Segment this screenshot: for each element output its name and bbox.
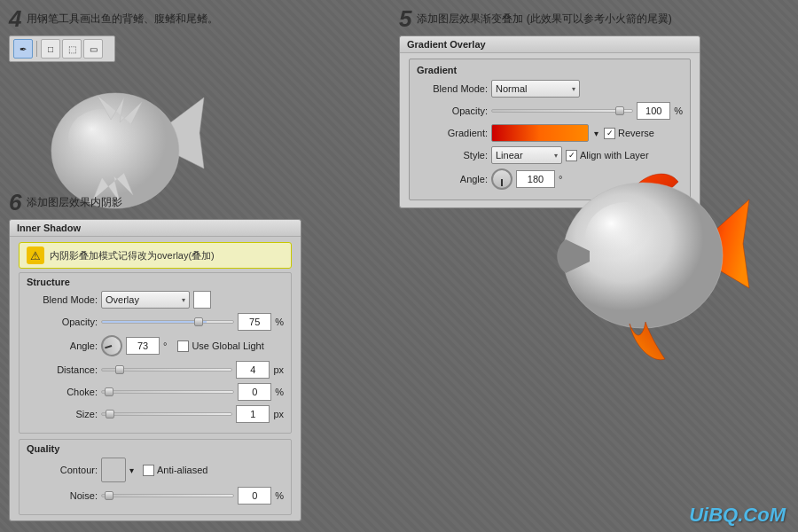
anti-alias-checkbox[interactable]: [143, 465, 154, 476]
reverse-checkbox-label: Reverse: [604, 128, 654, 139]
quality-title: Quality: [27, 443, 284, 454]
s6-distance-thumb[interactable]: [115, 365, 124, 374]
s6-noise-row: Noise: 0 %: [27, 487, 284, 505]
step4-toolbar: ✒ □ ⬚ ▭: [9, 35, 115, 62]
s6-noise-value[interactable]: 0: [238, 487, 271, 505]
step6-section: 6 添加图层效果内阴影 Inner Shadow ⚠ 内阴影叠加模式记得改为ov…: [9, 191, 301, 521]
angle-knob[interactable]: [491, 168, 512, 190]
opacity-slider[interactable]: [491, 109, 633, 113]
blend-mode-dropdown[interactable]: Normal ▾: [491, 80, 580, 98]
step4-section: 4 用钢笔工具画出鱼的背鳍、腹鳍和尾鳍。 ✒ □ ⬚ ▭: [9, 7, 257, 213]
s6-opacity-row: Opacity: 75 %: [27, 313, 284, 331]
step4-number: 4: [9, 7, 21, 30]
style-arrow: ▾: [554, 152, 558, 160]
blend-mode-label: Blend Mode:: [417, 83, 488, 94]
s6-opacity-value[interactable]: 75: [238, 313, 271, 331]
opacity-pct: %: [674, 106, 683, 116]
s6-size-value[interactable]: 1: [236, 405, 270, 423]
s6-blend-mode-label: Blend Mode:: [27, 294, 98, 305]
s6-distance-unit: px: [273, 364, 284, 375]
step6-number: 6: [9, 191, 21, 214]
anti-alias-text: Anti-aliased: [157, 465, 207, 475]
warning-icon: ⚠: [27, 246, 44, 264]
s6-opacity-thumb[interactable]: [194, 317, 203, 326]
s6-size-label: Size:: [27, 409, 98, 419]
inner-shadow-panel: Inner Shadow ⚠ 内阴影叠加模式记得改为overlay(叠加) St…: [9, 219, 301, 521]
s6-noise-slider[interactable]: [101, 494, 234, 497]
s6-size-row: Size: 1 px: [27, 405, 284, 423]
s6-blend-mode-arrow: ▾: [182, 296, 185, 304]
s6-choke-unit: %: [275, 387, 284, 397]
step6-header: 6 添加图层效果内阴影: [9, 191, 301, 214]
s6-choke-slider[interactable]: [101, 390, 234, 394]
reverse-checkbox[interactable]: [604, 128, 615, 139]
svg-point-3: [585, 202, 667, 273]
shape3-tool-button[interactable]: ▭: [83, 39, 103, 59]
opacity-thumb[interactable]: [615, 106, 624, 115]
s6-choke-row: Choke: 0 %: [27, 383, 284, 401]
s6-opacity-label: Opacity:: [27, 317, 98, 327]
structure-title: Structure: [27, 277, 284, 287]
s6-angle-degree: °: [163, 340, 167, 351]
quality-group: Quality Contour: ▾ Anti-aliased Noise:: [19, 439, 292, 515]
gradient-label: Gradient:: [417, 128, 488, 138]
s6-contour-row: Contour: ▾ Anti-aliased: [27, 458, 284, 482]
style-value: Linear: [496, 150, 523, 160]
inner-shadow-body: ⚠ 内阴影叠加模式记得改为overlay(叠加) Structure Blend…: [10, 237, 301, 520]
opacity-row: Opacity: 100 %: [417, 102, 683, 120]
gradient-overlay-title: Gradient Overlay: [400, 36, 700, 53]
gradient-row: Gradient: ▾ Reverse: [417, 124, 683, 142]
s6-angle-value[interactable]: 73: [126, 337, 160, 355]
s6-angle-knob[interactable]: [98, 332, 125, 359]
s6-size-thumb[interactable]: [106, 410, 114, 419]
step5-header: 5 添加图层效果渐变叠加 (此效果可以参考小火箭的尾翼): [399, 7, 700, 30]
toolbar-divider: [36, 41, 37, 57]
s6-angle-label: Angle:: [27, 340, 98, 351]
opacity-value[interactable]: 100: [637, 102, 670, 120]
pen-tool-button[interactable]: ✒: [13, 39, 33, 59]
warning-banner: ⚠ 内阴影叠加模式记得改为overlay(叠加): [19, 242, 292, 269]
gradient-preview[interactable]: [491, 124, 589, 142]
step5-description: 添加图层效果渐变叠加 (此效果可以参考小火箭的尾翼): [417, 12, 671, 27]
shape-tool-button[interactable]: □: [41, 39, 60, 59]
gradient-arrow[interactable]: ▾: [594, 129, 598, 138]
global-light-label: Use Global Light: [177, 340, 263, 352]
angle-label: Angle:: [417, 174, 488, 184]
watermark: UiBQ.CoM: [689, 504, 786, 527]
s6-distance-label: Distance:: [27, 364, 98, 375]
s6-size-slider[interactable]: [101, 412, 232, 416]
blend-color-swatch[interactable]: [193, 291, 211, 309]
inner-shadow-title: Inner Shadow: [10, 220, 301, 237]
style-label: Style:: [417, 150, 488, 160]
anti-alias-label: Anti-aliased: [143, 465, 207, 476]
s6-blend-mode-row: Blend Mode: Overlay ▾: [27, 291, 284, 309]
warning-text: 内阴影叠加模式记得改为overlay(叠加): [50, 249, 215, 262]
contour-arrow[interactable]: ▾: [129, 466, 134, 475]
gradient-section-title: Gradient: [417, 65, 683, 75]
s6-opacity-slider[interactable]: [101, 320, 234, 324]
step5-number: 5: [399, 7, 411, 30]
contour-thumbnail[interactable]: [101, 458, 126, 482]
shape2-tool-button[interactable]: ⬚: [62, 39, 82, 59]
s6-choke-value[interactable]: 0: [238, 383, 271, 401]
blend-mode-row: Blend Mode: Normal ▾: [417, 80, 683, 98]
s6-angle-row: Angle: 73 ° Use Global Light: [27, 335, 284, 356]
s6-distance-row: Distance: 4 px: [27, 361, 284, 379]
s6-opacity-pct: %: [275, 317, 284, 327]
step4-description: 用钢笔工具画出鱼的背鳍、腹鳍和尾鳍。: [27, 12, 218, 27]
blend-mode-value: Normal: [496, 83, 527, 94]
s6-contour-label: Contour:: [27, 465, 98, 475]
blend-mode-arrow: ▾: [572, 85, 575, 93]
s6-distance-slider[interactable]: [101, 368, 232, 372]
global-light-text: Use Global Light: [192, 340, 263, 351]
s6-distance-value[interactable]: 4: [236, 361, 270, 379]
reverse-label: Reverse: [618, 128, 654, 138]
opacity-label: Opacity:: [417, 106, 488, 116]
s6-noise-thumb[interactable]: [105, 491, 113, 500]
s6-choke-thumb[interactable]: [105, 387, 113, 396]
s6-noise-pct: %: [275, 490, 284, 501]
step4-header: 4 用钢笔工具画出鱼的背鳍、腹鳍和尾鳍。: [9, 7, 257, 30]
s6-noise-label: Noise:: [27, 490, 98, 501]
global-light-checkbox[interactable]: [177, 340, 189, 352]
s6-blend-mode-dropdown[interactable]: Overlay ▾: [101, 291, 190, 309]
